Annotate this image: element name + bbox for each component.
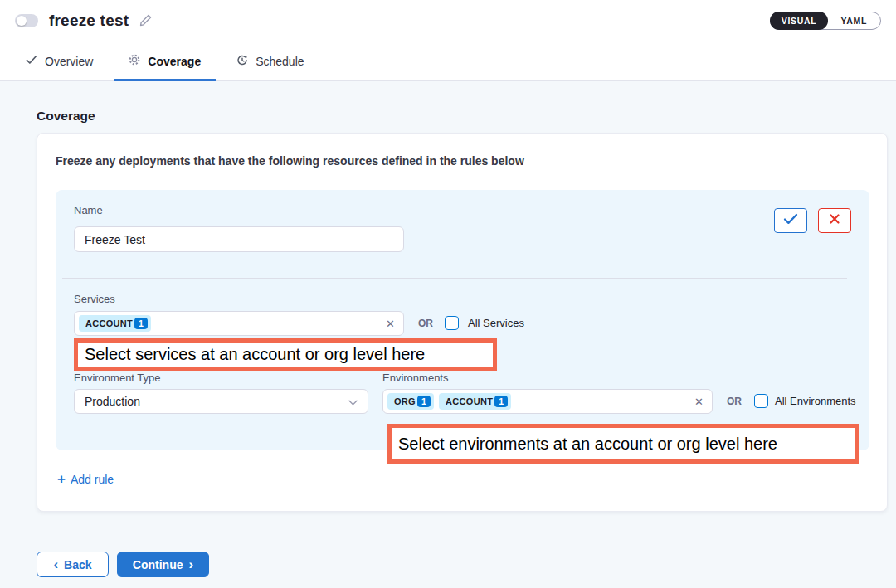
service-tag-count-badge: 1 bbox=[134, 318, 148, 329]
chevron-right-icon: › bbox=[188, 557, 193, 571]
environment-tag-account[interactable]: ACCOUNT 1 bbox=[439, 393, 511, 410]
gear-icon bbox=[128, 53, 141, 69]
tab-schedule-label: Schedule bbox=[256, 55, 304, 68]
plus-icon: + bbox=[57, 472, 66, 486]
environments-or-label: OR bbox=[727, 396, 742, 407]
visual-toggle-option[interactable]: VISUAL bbox=[770, 12, 829, 30]
divider bbox=[62, 278, 847, 279]
card-description: Freeze any deployments that have the fol… bbox=[56, 154, 524, 168]
back-button-label: Back bbox=[64, 558, 91, 571]
services-input[interactable]: ACCOUNT 1 ✕ bbox=[74, 311, 404, 336]
environment-tag-text: ACCOUNT bbox=[446, 396, 493, 406]
coverage-card: Freeze any deployments that have the fol… bbox=[37, 133, 888, 512]
add-rule-button[interactable]: + Add rule bbox=[57, 472, 114, 486]
check-icon bbox=[25, 53, 38, 69]
yaml-toggle-option[interactable]: YAML bbox=[827, 16, 880, 26]
schedule-clock-icon bbox=[236, 53, 249, 69]
tab-bar: Overview Coverage Schedule bbox=[0, 41, 896, 81]
close-x-icon bbox=[829, 213, 840, 228]
services-or-label: OR bbox=[418, 318, 433, 329]
clear-environments-icon[interactable]: ✕ bbox=[694, 396, 704, 407]
environments-input[interactable]: ORG 1 ACCOUNT 1 ✕ bbox=[382, 389, 713, 414]
tab-coverage[interactable]: Coverage bbox=[128, 53, 201, 69]
environment-tag-text: ORG bbox=[394, 396, 416, 406]
all-services-checkbox[interactable] bbox=[445, 316, 459, 330]
delete-rule-button[interactable] bbox=[818, 208, 851, 233]
environments-annotation: Select environments at an account or org… bbox=[387, 424, 859, 464]
name-input[interactable] bbox=[74, 226, 404, 252]
environment-tag-count-badge: 1 bbox=[494, 396, 508, 407]
tab-coverage-label: Coverage bbox=[148, 55, 201, 68]
edit-pencil-icon[interactable] bbox=[139, 13, 153, 27]
service-tag-text: ACCOUNT bbox=[85, 318, 133, 328]
tab-overview-label: Overview bbox=[45, 55, 93, 68]
environment-tag-count-badge: 1 bbox=[417, 396, 431, 407]
back-button[interactable]: ‹ Back bbox=[37, 552, 109, 577]
active-tab-indicator bbox=[114, 79, 216, 81]
tab-schedule[interactable]: Schedule bbox=[236, 53, 304, 69]
freeze-window: freeze test VISUAL YAML Overview Coverag… bbox=[0, 0, 896, 588]
all-environments-checkbox[interactable] bbox=[754, 394, 768, 408]
confirm-rule-button[interactable] bbox=[774, 208, 807, 233]
services-label: Services bbox=[74, 293, 115, 305]
add-rule-label: Add rule bbox=[71, 473, 114, 486]
all-services-label: All Services bbox=[468, 317, 524, 329]
toggle-knob bbox=[17, 16, 27, 26]
environment-type-select[interactable]: Production bbox=[74, 389, 368, 414]
page-title: freeze test bbox=[49, 12, 129, 30]
name-label: Name bbox=[74, 204, 103, 216]
all-environments-label: All Environments bbox=[775, 395, 856, 407]
environment-tag-org[interactable]: ORG 1 bbox=[387, 393, 434, 410]
chevron-left-icon: ‹ bbox=[53, 557, 58, 571]
chevron-down-icon bbox=[348, 395, 358, 408]
header: freeze test VISUAL YAML bbox=[0, 0, 896, 41]
rule-panel: Name Services ACCOUNT 1 ✕ bbox=[56, 190, 869, 450]
view-mode-toggle: VISUAL YAML bbox=[770, 12, 881, 30]
continue-button-label: Continue bbox=[133, 558, 183, 571]
freeze-enabled-toggle[interactable] bbox=[15, 14, 38, 27]
check-icon bbox=[783, 213, 798, 228]
section-title: Coverage bbox=[37, 109, 95, 124]
clear-services-icon[interactable]: ✕ bbox=[386, 318, 395, 329]
services-annotation: Select services at an account or org lev… bbox=[74, 338, 497, 371]
tab-overview[interactable]: Overview bbox=[25, 53, 93, 69]
environment-type-value: Production bbox=[85, 395, 140, 408]
environment-type-label: Environment Type bbox=[74, 372, 161, 384]
continue-button[interactable]: Continue › bbox=[117, 552, 209, 577]
service-tag-account[interactable]: ACCOUNT 1 bbox=[79, 315, 151, 332]
environments-label: Environments bbox=[382, 372, 448, 384]
